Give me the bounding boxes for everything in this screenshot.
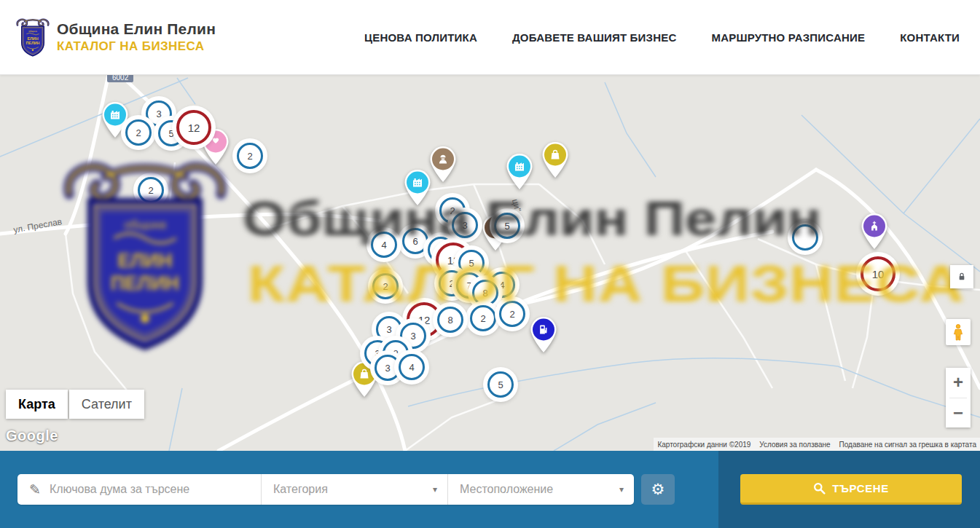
location-placeholder: Местоположение bbox=[460, 483, 553, 496]
brand-title: Община Елин Пелин bbox=[57, 20, 216, 38]
nav-item[interactable]: КОНТАКТИ bbox=[900, 31, 960, 44]
cluster-count: 5 bbox=[469, 258, 474, 269]
map-attribution: Картографски данни ©2019Условия за ползв… bbox=[654, 438, 980, 451]
cluster-count: 2 bbox=[450, 205, 455, 216]
cluster-count: 2 bbox=[480, 313, 485, 324]
cluster-marker[interactable]: 8 bbox=[472, 280, 498, 306]
brand-subtitle: КАТАЛОГ НА БИЗНЕСА bbox=[57, 39, 216, 54]
nav-item[interactable]: ЦЕНОВА ПОЛИТИКА bbox=[364, 31, 477, 44]
lock-button[interactable] bbox=[950, 265, 973, 288]
cluster-count: 12 bbox=[188, 122, 200, 134]
attribution-link[interactable]: Условия за ползване bbox=[759, 441, 830, 449]
zoom-in-button[interactable]: + bbox=[946, 368, 971, 398]
zoom-out-button[interactable]: − bbox=[946, 398, 971, 428]
cluster-count: 3 bbox=[410, 331, 415, 342]
cluster-count: 3 bbox=[386, 324, 391, 335]
cluster-marker[interactable]: 2 bbox=[237, 143, 263, 169]
pegman-icon bbox=[950, 323, 966, 342]
cluster-marker[interactable]: 3 bbox=[452, 212, 478, 238]
clusters-layer: 32512222356471352274822128333834510 bbox=[0, 75, 980, 451]
cluster-count: 10 bbox=[872, 268, 885, 280]
pegman-button[interactable] bbox=[946, 319, 971, 345]
map-type-button[interactable]: Карта bbox=[6, 390, 68, 419]
cluster-count: 4 bbox=[381, 240, 386, 251]
cluster-count: 8 bbox=[447, 315, 452, 326]
cluster-marker[interactable]: 3 bbox=[375, 355, 401, 381]
cluster-count: 5 bbox=[504, 221, 509, 232]
main-nav: ЦЕНОВА ПОЛИТИКАДОБАВЕТЕ ВАШИЯТ БИЗНЕСМАР… bbox=[364, 31, 960, 44]
cluster-marker[interactable]: 12 bbox=[176, 110, 211, 145]
cluster-count: 6 bbox=[412, 236, 418, 247]
cluster-count: 2 bbox=[247, 151, 252, 162]
keyword-field: ✎ bbox=[17, 474, 261, 505]
category-select[interactable]: Категория ▾ bbox=[261, 474, 447, 505]
map-canvas[interactable]: 6002ул. Преславбул. „Новоселци" 32512222… bbox=[0, 75, 980, 451]
attribution-text: Картографски данни ©2019 bbox=[657, 441, 750, 449]
chevron-down-icon: ▾ bbox=[619, 484, 624, 494]
cluster-count: 4 bbox=[409, 362, 414, 373]
cluster-count: 3 bbox=[462, 220, 467, 231]
cluster-count: 2 bbox=[136, 127, 141, 138]
cluster-marker[interactable]: 5 bbox=[494, 213, 520, 239]
cluster-marker[interactable]: 6 bbox=[402, 228, 428, 254]
search-button-label: ТЪРСЕНЕ bbox=[832, 482, 889, 494]
location-select[interactable]: Местоположение ▾ bbox=[447, 474, 634, 505]
attribution-link[interactable]: Подаване на сигнал за грешка в картата bbox=[839, 441, 976, 449]
keyword-input[interactable] bbox=[48, 482, 261, 497]
search-button[interactable]: ТЪРСЕНЕ bbox=[740, 474, 962, 505]
cluster-count: 2 bbox=[509, 309, 514, 320]
settings-button[interactable]: ⚙ bbox=[641, 474, 675, 505]
cluster-marker[interactable]: 4 bbox=[399, 354, 425, 380]
nav-item[interactable]: ДОБАВЕТЕ ВАШИЯТ БИЗНЕС bbox=[512, 31, 676, 44]
zoom-control: + − bbox=[946, 368, 971, 427]
cluster-marker[interactable]: 2 bbox=[138, 177, 164, 203]
gear-icon: ⚙ bbox=[651, 481, 665, 498]
cluster-marker[interactable]: 5 bbox=[487, 371, 514, 398]
map-type-control: Карта Сателит bbox=[6, 390, 144, 419]
cluster-marker[interactable]: 2 bbox=[499, 301, 525, 327]
cluster-count: 7 bbox=[466, 280, 471, 291]
cluster-marker[interactable]: 2 bbox=[125, 119, 152, 146]
search-bar: ✎ Категория ▾ Местоположение ▾ ⚙ ТЪРСЕНЕ bbox=[0, 451, 980, 528]
pencil-icon: ✎ bbox=[29, 481, 41, 498]
search-icon bbox=[813, 482, 826, 494]
cluster-count: 2 bbox=[383, 281, 388, 292]
cluster-marker[interactable]: 4 bbox=[371, 232, 397, 258]
google-logo[interactable]: Google bbox=[6, 427, 58, 444]
cluster-marker[interactable]: 8 bbox=[437, 307, 463, 333]
municipality-emblem bbox=[16, 17, 50, 58]
cluster-count: 2 bbox=[449, 278, 454, 289]
cluster-marker[interactable]: 10 bbox=[861, 256, 895, 291]
cluster-count: 3 bbox=[156, 109, 161, 119]
cluster-marker[interactable]: 2 bbox=[372, 273, 399, 299]
search-fields: ✎ Категория ▾ Местоположение ▾ bbox=[17, 474, 634, 505]
cluster-count: 8 bbox=[482, 288, 487, 299]
cluster-marker[interactable]: 3 bbox=[376, 316, 402, 342]
cluster-count: 3 bbox=[385, 363, 390, 374]
chevron-down-icon: ▾ bbox=[433, 484, 437, 494]
brand-logo[interactable]: Община Елин Пелин КАТАЛОГ НА БИЗНЕСА bbox=[16, 17, 216, 58]
cluster-marker[interactable] bbox=[792, 224, 818, 251]
satellite-type-button[interactable]: Сателит bbox=[69, 390, 144, 419]
cluster-count: 5 bbox=[498, 379, 503, 390]
lock-icon bbox=[956, 271, 968, 283]
cluster-marker[interactable]: 2 bbox=[470, 305, 496, 331]
cluster-count: 13 bbox=[447, 254, 460, 267]
category-placeholder: Категория bbox=[273, 483, 328, 496]
header: Община Елин Пелин КАТАЛОГ НА БИЗНЕСА ЦЕН… bbox=[0, 0, 980, 75]
cluster-count: 2 bbox=[148, 185, 153, 196]
cluster-count: 5 bbox=[168, 128, 173, 139]
nav-item[interactable]: МАРШРУТНО РАЗПИСАНИЕ bbox=[711, 31, 865, 44]
cluster-count: 4 bbox=[499, 280, 504, 291]
